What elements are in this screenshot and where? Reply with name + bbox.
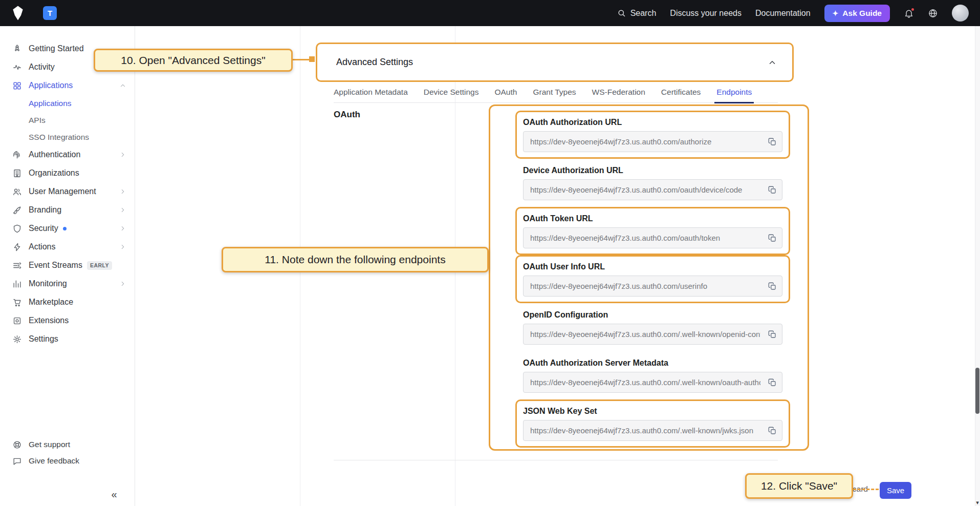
scroll-down-arrow-icon[interactable]: ▾ — [975, 499, 980, 506]
tab-endpoints[interactable]: Endpoints — [716, 88, 752, 102]
field-input-wrapper — [523, 179, 782, 200]
sidebar-subitem-sso-integrations[interactable]: SSO Integrations — [0, 129, 135, 145]
annotation-connector-dashed-line — [853, 489, 879, 490]
sidebar-item-label: Event Streams — [29, 261, 82, 270]
sidebar-item-marketplace[interactable]: Marketplace — [0, 293, 135, 311]
sidebar-item-security[interactable]: Security — [0, 219, 135, 238]
copy-icon-button[interactable] — [766, 232, 778, 244]
tab-certificates[interactable]: Certificates — [661, 88, 701, 102]
field-group-oauth-token-url: OAuth Token URL — [515, 207, 790, 255]
field-input-wrapper — [523, 324, 782, 345]
sidebar-item-organizations[interactable]: Organizations — [0, 164, 135, 182]
sidebar-item-settings[interactable]: Settings — [0, 330, 135, 348]
sidebar-subitem-apis[interactable]: APIs — [0, 112, 135, 129]
building-icon — [12, 168, 22, 178]
sidebar-item-event-streams[interactable]: Event Streams EARLY — [0, 256, 135, 275]
annotation-connector-line — [292, 59, 311, 60]
field-group-device-authorization-url: Device Authorization URL — [515, 159, 790, 207]
copy-icon-button[interactable] — [766, 376, 778, 389]
field-label: Device Authorization URL — [523, 165, 782, 175]
sidebar-item-label: SSO Integrations — [29, 133, 89, 142]
copy-icon-button[interactable] — [766, 136, 778, 148]
globe-button[interactable] — [928, 8, 938, 18]
copy-icon-button[interactable] — [766, 184, 778, 196]
chevron-up-icon — [768, 58, 777, 67]
sidebar-item-label: Authentication — [29, 150, 80, 159]
get-support-link[interactable]: Get support — [0, 436, 135, 453]
field-group-oauth-authorization-server-metadata: OAuth Authorization Server Metadata — [515, 351, 790, 399]
give-feedback-link[interactable]: Give feedback — [0, 453, 135, 469]
sparkle-icon: ✦ — [833, 9, 839, 17]
sidebar-nav-list: Getting Started Activity Applications Ap… — [0, 26, 135, 348]
sidebar-item-label: Applications — [29, 81, 73, 90]
user-avatar[interactable] — [952, 5, 969, 22]
sidebar-item-monitoring[interactable]: Monitoring — [0, 275, 135, 293]
discuss-your-needs-link[interactable]: Discuss your needs — [670, 9, 742, 18]
advanced-settings-tabs: Application Metadata Device Settings OAu… — [334, 88, 778, 103]
tenant-badge[interactable]: T — [43, 6, 57, 20]
sidebar-item-label: Security — [29, 224, 58, 233]
sidebar-item-authentication[interactable]: Authentication — [0, 145, 135, 164]
sidebar-item-label: Organizations — [29, 168, 79, 178]
openid-configuration-input[interactable] — [523, 324, 782, 345]
chevron-up-icon — [119, 82, 126, 89]
oauth-user-info-url-input[interactable] — [523, 276, 782, 297]
annotation-step-10: 10. Open "Advanced Settings" — [94, 49, 293, 72]
sidebar-item-label: Extensions — [29, 316, 69, 325]
oauth-authorization-url-input[interactable] — [523, 131, 782, 152]
field-group-oauth-authorization-url: OAuth Authorization URL — [515, 111, 790, 159]
early-badge: EARLY — [87, 261, 112, 270]
device-authorization-url-input[interactable] — [523, 179, 782, 200]
field-group-oauth-user-info-url: OAuth User Info URL — [515, 255, 790, 303]
search-button[interactable]: Search — [617, 9, 657, 18]
top-navbar: T Search Discuss your needs Documentatio… — [0, 0, 980, 26]
ask-guide-button[interactable]: ✦ Ask Guide — [824, 5, 890, 22]
field-label: OAuth Token URL — [523, 214, 782, 223]
oauth-section-label: OAuth — [334, 110, 360, 120]
tab-application-metadata[interactable]: Application Metadata — [334, 88, 408, 102]
sidebar-item-label: Settings — [29, 334, 58, 344]
auth0-logo[interactable] — [11, 6, 25, 20]
json-web-key-set-input[interactable] — [523, 420, 782, 441]
fingerprint-icon — [12, 150, 22, 160]
save-button[interactable]: Save — [880, 482, 911, 499]
tab-ws-federation[interactable]: WS-Federation — [592, 88, 645, 102]
copy-icon-button[interactable] — [766, 280, 778, 292]
oauth-authorization-server-metadata-input[interactable] — [523, 372, 782, 393]
sidebar-item-branding[interactable]: Branding — [0, 201, 135, 219]
advanced-settings-panel-header[interactable]: Advanced Settings — [316, 43, 794, 82]
bar-chart-icon — [12, 279, 22, 289]
sidebar-collapse-button[interactable]: « — [105, 487, 123, 502]
oauth-token-url-input[interactable] — [523, 227, 782, 248]
scrollbar-thumb[interactable] — [975, 368, 979, 414]
notifications-bell-button[interactable] — [904, 8, 914, 18]
rocket-icon — [12, 44, 22, 54]
users-icon — [12, 187, 22, 197]
chevron-right-icon — [119, 280, 126, 287]
chat-bubble-icon — [12, 456, 22, 466]
sidebar-item-extensions[interactable]: Extensions — [0, 311, 135, 330]
security-notification-dot — [63, 227, 67, 230]
give-feedback-label: Give feedback — [29, 456, 79, 466]
sidebar-item-user-management[interactable]: User Management — [0, 182, 135, 201]
chevron-right-icon — [119, 188, 126, 195]
brush-icon — [12, 205, 22, 215]
sidebar-subitem-applications[interactable]: Applications — [0, 95, 135, 112]
sidebar-item-actions[interactable]: Actions — [0, 238, 135, 256]
activity-icon — [12, 62, 22, 72]
sidebar-item-applications[interactable]: Applications — [0, 76, 135, 95]
sidebar-footer: Get support Give feedback — [0, 436, 135, 469]
documentation-link[interactable]: Documentation — [755, 9, 811, 18]
tab-oauth[interactable]: OAuth — [494, 88, 517, 102]
tab-device-settings[interactable]: Device Settings — [424, 88, 479, 102]
puzzle-icon — [12, 316, 22, 326]
chevron-right-icon — [119, 243, 126, 250]
copy-icon-button[interactable] — [766, 328, 778, 341]
collapse-panel-button[interactable] — [768, 58, 777, 67]
shield-icon — [12, 224, 22, 234]
tab-grant-types[interactable]: Grant Types — [533, 88, 576, 102]
copy-icon-button[interactable] — [766, 425, 778, 437]
lightning-icon — [12, 242, 22, 252]
scrollbar-track[interactable]: ▾ — [975, 26, 980, 506]
globe-icon — [928, 8, 938, 18]
